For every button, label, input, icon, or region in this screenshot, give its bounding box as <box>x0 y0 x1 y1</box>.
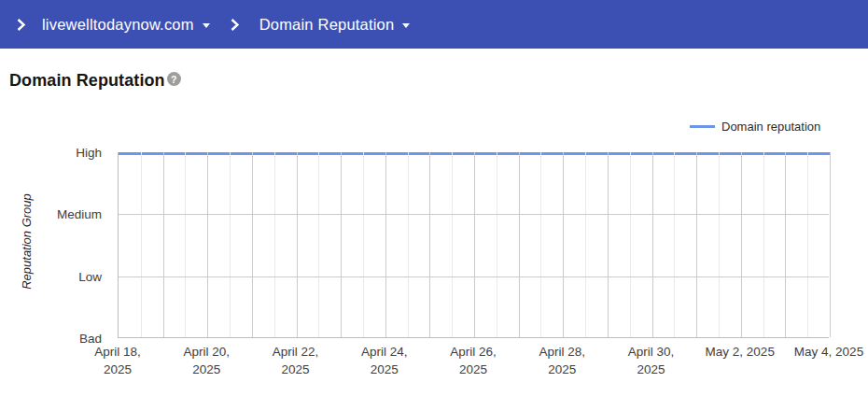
major-gridline <box>830 152 831 337</box>
x-tick-label: April 22,2025 <box>245 343 347 378</box>
minor-gridline <box>141 152 142 337</box>
plot-area[interactable] <box>118 152 829 338</box>
major-gridline <box>163 152 164 337</box>
legend-line-swatch <box>690 125 715 128</box>
minor-gridline <box>763 152 764 337</box>
minor-gridline <box>363 152 364 337</box>
y-axis-title: Reputation Group <box>20 181 34 303</box>
major-gridline <box>341 152 342 337</box>
chart-legend: Domain reputation <box>690 120 820 134</box>
x-tick-label: May 4, 2025 <box>777 343 868 361</box>
minor-gridline <box>274 152 275 337</box>
minor-gridline <box>807 152 808 337</box>
chevron-down-icon <box>203 23 210 28</box>
help-icon[interactable]: ? <box>167 72 181 86</box>
major-gridline <box>519 152 520 337</box>
major-gridline <box>608 152 609 337</box>
breadcrumb-report-label: Domain Reputation <box>259 16 395 34</box>
minor-gridline <box>318 152 319 337</box>
major-gridline <box>785 152 786 337</box>
major-gridline <box>252 152 253 337</box>
y-tick-label: High <box>76 146 102 160</box>
x-tick-label: May 2, 2025 <box>689 343 791 361</box>
breadcrumb-item-domain[interactable]: livewelltodaynow.com <box>42 16 210 34</box>
major-gridline <box>696 152 697 337</box>
breadcrumb-chevron-icon <box>230 18 240 32</box>
major-gridline <box>563 152 564 337</box>
minor-gridline <box>674 152 675 337</box>
major-gridline <box>207 152 208 337</box>
chevron-down-icon <box>402 23 410 28</box>
y-tick-label: Medium <box>57 207 102 221</box>
major-gridline <box>297 152 298 337</box>
x-tick-label: April 30,2025 <box>600 343 703 378</box>
app-header: livewelltodaynow.com Domain Reputation <box>0 0 868 49</box>
x-tick-label: April 18,2025 <box>66 343 169 378</box>
major-gridline <box>474 152 475 337</box>
major-gridline <box>652 152 653 337</box>
minor-gridline <box>540 152 541 337</box>
breadcrumb-domain-label: livewelltodaynow.com <box>42 16 194 34</box>
horizontal-gridline <box>119 214 829 215</box>
minor-gridline <box>630 152 631 337</box>
y-tick-label: Low <box>78 269 102 283</box>
x-tick-label: April 24,2025 <box>333 343 436 378</box>
x-tick-label: April 20,2025 <box>155 343 258 378</box>
minor-gridline <box>719 152 720 337</box>
minor-gridline <box>497 152 497 337</box>
minor-gridline <box>230 152 231 337</box>
legend-label: Domain reputation <box>721 120 820 134</box>
x-tick-label: April 26,2025 <box>422 343 525 378</box>
breadcrumb-item-report[interactable]: Domain Reputation <box>259 16 411 34</box>
breadcrumb-chevron-icon <box>16 18 26 32</box>
major-gridline <box>429 152 430 337</box>
minor-gridline <box>408 152 409 337</box>
page-title: Domain Reputation <box>9 71 165 91</box>
major-gridline <box>385 152 386 337</box>
minor-gridline <box>585 152 586 337</box>
page-title-row: Domain Reputation ? <box>9 71 181 91</box>
minor-gridline <box>185 152 186 337</box>
horizontal-gridline <box>119 276 829 277</box>
x-tick-label: April 28,2025 <box>511 343 613 378</box>
major-gridline <box>741 152 742 337</box>
minor-gridline <box>452 152 453 337</box>
